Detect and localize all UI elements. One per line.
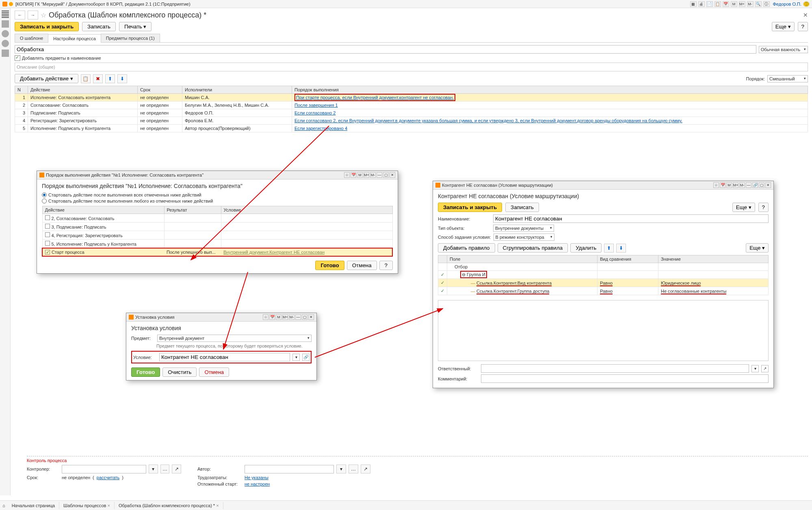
order-link[interactable]: Если согласовано 2 [294, 110, 336, 115]
m-icon[interactable]: M [726, 182, 732, 188]
m-minus-icon[interactable]: M- [739, 182, 745, 188]
forward-button[interactable]: → [28, 11, 38, 19]
table-row[interactable]: 3 Подписание: Подписать не определен Фед… [15, 109, 808, 117]
more-button[interactable]: Еще ▾ [772, 22, 795, 31]
info-icon[interactable]: ⓘ [763, 1, 770, 7]
more-button[interactable]: Еще ▾ [732, 203, 755, 212]
help-button[interactable]: ? [379, 261, 393, 270]
table-row[interactable]: ✓ — Ссылка.Контрагент.Группа доступа Рав… [438, 287, 769, 295]
m-plus-icon[interactable]: M+ [364, 172, 369, 178]
order-link[interactable]: Если согласовано 2, если Внутренний доку… [294, 118, 682, 123]
table-row[interactable]: 1 Исполнение: Согласовать контрагента не… [15, 94, 808, 102]
m-minus-icon[interactable]: M- [370, 172, 376, 178]
name-input[interactable] [15, 45, 756, 54]
dots-icon[interactable]: … [349, 465, 358, 473]
order-link[interactable]: При старте процесса, если Внутренний док… [296, 95, 454, 100]
btab-home[interactable]: Начальная страница [8, 502, 59, 509]
link-icon[interactable]: 🔗 [752, 182, 758, 188]
search-icon[interactable]: 🔍 [755, 1, 762, 7]
close-icon[interactable]: ✕ [390, 172, 395, 178]
add-action-button[interactable]: Добавить действие ▾ [15, 74, 78, 83]
min-icon[interactable]: — [746, 182, 751, 188]
more-button[interactable]: Еще ▾ [746, 243, 769, 253]
move-down-icon[interactable]: ⬇ [616, 244, 626, 253]
tool-icon[interactable]: 📅 [269, 314, 275, 320]
close-icon[interactable]: ✕ [765, 182, 771, 188]
table-row[interactable]: 4 Регистрация: Зарегистрировать не опред… [15, 117, 808, 125]
recalc-link[interactable]: рассчитать [97, 475, 120, 480]
delete-button[interactable]: Удалить [570, 243, 602, 253]
comment-input[interactable] [481, 374, 769, 383]
delete-icon[interactable]: ✖ [93, 74, 103, 83]
print-button[interactable]: Печать ▾ [119, 22, 152, 31]
max-icon[interactable]: ▢ [759, 182, 764, 188]
save-close-button[interactable]: Записать и закрыть [438, 203, 502, 212]
author-input[interactable] [245, 465, 334, 473]
table-row[interactable]: 4, Регистрация: Зарегистрировать [42, 231, 392, 240]
close-icon[interactable]: ✕ [308, 314, 314, 320]
importance-select[interactable]: Обычная важность [759, 46, 808, 53]
favorite-star-icon[interactable]: ☆ [41, 11, 46, 19]
save-close-button[interactable]: Записать и закрыть [15, 22, 79, 31]
open-icon[interactable]: ↗ [361, 465, 370, 473]
tool-icon[interactable]: ☆ [344, 172, 350, 178]
m-plus-icon[interactable]: M+ [282, 314, 288, 320]
open-icon[interactable]: ↗ [761, 365, 769, 372]
order-select[interactable]: Смешанный [767, 75, 808, 82]
tool-icon[interactable]: ☆ [713, 182, 719, 188]
table-row[interactable]: 5, Исполнение: Подписать у Контрагента [42, 240, 392, 249]
name-input[interactable] [493, 214, 769, 223]
tab-settings[interactable]: Настройки процесса [48, 34, 101, 43]
max-icon[interactable]: ▢ [383, 172, 389, 178]
mode-select[interactable]: В режиме конструктора [494, 233, 554, 241]
search-sidebar-icon[interactable] [2, 40, 9, 47]
description-textarea[interactable]: Описание (общее) [15, 63, 808, 71]
m-icon[interactable]: M [357, 172, 363, 178]
labor-link[interactable]: Не указаны [245, 475, 269, 480]
table-row[interactable]: Отбор [438, 263, 769, 271]
btab-current[interactable]: Обработка (Шаблон комплексного процесса)… [115, 502, 223, 509]
done-button[interactable]: Готово [131, 367, 160, 377]
condition-link[interactable]: Внутренний документ.Контрагент НЕ соглас… [223, 250, 325, 255]
tab-about[interactable]: О шаблоне [15, 34, 48, 42]
notif-icon[interactable]: ⓘ [803, 1, 810, 7]
close-icon[interactable]: ✕ [803, 12, 808, 18]
tool-icon[interactable]: 📄 [706, 1, 713, 7]
cancel-button[interactable]: Отмена [347, 261, 377, 270]
tool-icon[interactable]: 📅 [351, 172, 356, 178]
dots-icon[interactable]: … [160, 465, 170, 473]
tool-icon[interactable]: ☆ [263, 314, 269, 320]
tool-icon[interactable]: ▦ [690, 1, 697, 7]
bell-icon[interactable] [2, 50, 9, 57]
group-rules-button[interactable]: Сгруппировать правила [498, 243, 568, 253]
open-icon[interactable]: ↗ [172, 465, 181, 473]
table-row[interactable]: 2 Согласование: Согласовать не определен… [15, 102, 808, 109]
move-up-icon[interactable]: ⬆ [105, 74, 115, 83]
tool-icon[interactable]: 🖨 [698, 1, 705, 7]
m-minus-icon[interactable]: M- [289, 314, 294, 320]
dropdown-icon[interactable]: ▾ [292, 354, 300, 361]
help-button[interactable]: ? [798, 22, 808, 31]
save-button[interactable]: Записать [82, 22, 116, 31]
tab-subjects[interactable]: Предметы процесса (1) [101, 34, 160, 42]
table-row-start[interactable]: ✓Старт процесса После успешного вып... В… [42, 248, 392, 256]
table-row[interactable]: ✓⊖ Группа И [438, 271, 769, 279]
min-icon[interactable]: — [295, 314, 301, 320]
tool-icon[interactable]: 📅 [720, 182, 725, 188]
dropdown-icon[interactable]: ▾ [751, 365, 759, 372]
grid-icon[interactable] [2, 11, 9, 18]
copy-icon[interactable]: 📋 [81, 74, 91, 83]
order-link[interactable]: После завершения 1 [294, 103, 338, 108]
subject-select[interactable]: Внутренний документ [157, 335, 312, 342]
max-icon[interactable]: ▢ [302, 314, 307, 320]
clear-button[interactable]: Очистить [162, 367, 197, 377]
save-button[interactable]: Записать [505, 203, 539, 212]
tool-icon[interactable]: 📋 [715, 1, 721, 7]
delay-link[interactable]: не настроен [245, 482, 270, 486]
add-rule-button[interactable]: Добавить правило [438, 243, 495, 253]
star-icon[interactable] [2, 20, 9, 28]
move-down-icon[interactable]: ⬇ [117, 74, 127, 83]
move-up-icon[interactable]: ⬆ [604, 244, 614, 253]
controller-input[interactable] [62, 465, 146, 473]
order-link[interactable]: Если зарегистрировано 4 [294, 126, 347, 131]
